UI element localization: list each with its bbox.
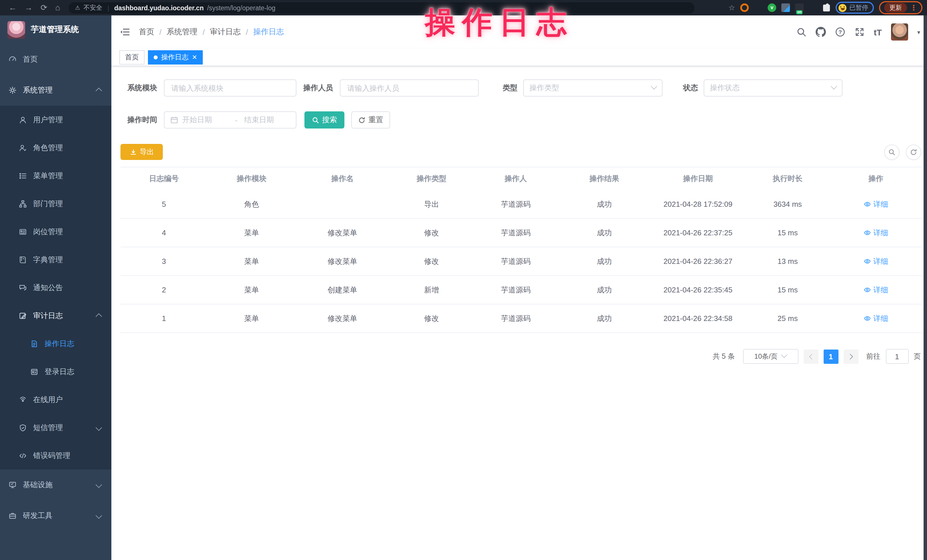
sidebar-item-infrastructure[interactable]: 基础设施 [0,469,111,500]
goto-page-input[interactable] [886,349,909,364]
breadcrumb-audit-log[interactable]: 审计日志 [210,27,241,37]
column-header: 执行时长 [745,167,830,190]
extensions-puzzle-icon[interactable] [823,4,830,11]
sidebar-item-dicts[interactable]: 字典管理 [0,246,111,273]
tag-home[interactable]: 首页 [119,50,144,64]
close-icon[interactable]: ✕ [192,53,197,61]
sidebar-item-menus[interactable]: 菜单管理 [0,162,111,190]
extension-grid-icon[interactable] [781,3,790,12]
pagination-total: 共 5 条 [713,352,735,361]
cell-operator: 芋道源码 [474,304,558,332]
module-label: 系统模块 [120,83,157,93]
time-label: 操作时间 [120,115,157,125]
sidebar-item-label: 错误码管理 [33,450,70,461]
sidebar-item-home[interactable]: 首页 [0,44,111,75]
next-page-button[interactable] [843,349,858,364]
page-size-select[interactable]: 10条/页 [743,349,798,364]
sidebar-item-system[interactable]: 系统管理 [0,75,111,106]
app-logo-image [8,21,25,39]
address-bar[interactable]: ⚠ 不安全 | dashboard.yudao.iocoder.cn /syst… [68,2,694,14]
dict-icon [19,256,27,264]
url-host: dashboard.yudao.iocoder.cn [114,4,204,11]
module-input-field[interactable] [170,83,290,93]
operator-input-field[interactable] [346,83,473,93]
detail-link[interactable]: 详细 [863,199,888,209]
extension-switch-icon[interactable]: on [795,3,804,12]
extension-on-badge: on [796,10,803,14]
page-unit-label: 页 [913,352,921,361]
sidebar-item-notices[interactable]: 通知公告 [0,273,111,302]
cell-type: 新增 [389,276,474,304]
table-body: 5 角色 导出 芋道源码 成功 2021-04-28 17:52:09 3634… [120,190,921,333]
browser-reload-icon[interactable]: ⟳ [41,0,47,15]
reset-button[interactable]: 重置 [351,111,390,129]
browser-menu-icon[interactable]: ⋮ [910,3,917,12]
current-page-button[interactable]: 1 [823,349,838,364]
cell-module: 菜单 [207,247,296,275]
chevron-down-icon [652,86,656,90]
cell-date: 2021-04-26 22:35:45 [651,276,745,304]
sidebar-fold-icon[interactable] [120,27,130,36]
sidebar-item-dev-tools[interactable]: 研发工具 [0,500,111,531]
cell-duration: 15 ms [745,276,830,304]
refresh-table-button[interactable] [906,144,921,159]
extension-leaf-icon[interactable] [809,3,818,12]
bookmark-star-icon[interactable]: ☆ [728,3,735,12]
breadcrumb-system[interactable]: 系统管理 [167,27,198,37]
module-input[interactable] [164,79,296,97]
sidebar-item-operate-log[interactable]: 操作日志 [0,329,111,358]
detail-link[interactable]: 详细 [863,285,888,295]
end-date-placeholder: 结束日期 [244,115,290,125]
toggle-search-button[interactable] [884,144,900,159]
browser-forward-icon[interactable]: → [24,0,33,15]
detail-link[interactable]: 详细 [863,228,888,238]
status-select[interactable]: 操作状态 [704,79,842,97]
sidebar-item-posts[interactable]: 岗位管理 [0,218,111,246]
fullscreen-icon[interactable] [854,27,865,37]
sidebar-item-users[interactable]: 用户管理 [0,106,111,134]
sidebar-item-online-users[interactable]: 在线用户 [0,385,111,413]
status-select-placeholder: 操作状态 [710,83,740,93]
search-button[interactable]: 搜索 [304,111,344,129]
operator-input[interactable] [340,79,479,97]
avatar[interactable] [891,23,908,41]
sidebar-item-roles[interactable]: 角色管理 [0,134,111,162]
sidebar-item-sms[interactable]: 短信管理 [0,413,111,442]
search-icon[interactable] [796,27,807,37]
sidebar-item-audit-log[interactable]: 审计日志 [0,302,111,329]
sidebar-item-label: 岗位管理 [33,226,63,237]
avatar-caret-icon[interactable]: ▾ [917,29,920,35]
github-icon[interactable] [816,27,826,37]
sidebar-item-departments[interactable]: 部门管理 [0,190,111,218]
browser-home-icon[interactable]: ⌂ [55,0,60,15]
cell-module: 角色 [207,190,296,218]
sidebar-item-error-codes[interactable]: 错误码管理 [0,442,111,469]
tag-operate-log[interactable]: 操作日志 ✕ [148,50,203,64]
app-title: 芋道管理系统 [31,24,79,35]
browser-update-button[interactable]: 更新 [884,3,907,12]
column-header: 操作类型 [389,167,474,190]
window-scrollbar[interactable] [924,15,927,560]
paused-badge[interactable]: 已暂停 [836,2,874,14]
prev-page-button[interactable] [803,349,818,364]
sidebar-item-label: 登录日志 [44,366,74,377]
export-button[interactable]: 导出 [120,144,163,160]
breadcrumb-home[interactable]: 首页 [139,27,154,37]
detail-link[interactable]: 详细 [863,313,888,323]
font-size-icon[interactable]: tT [874,27,882,37]
download-icon [129,148,137,156]
extension-green-icon[interactable]: v [767,3,776,12]
help-icon[interactable]: ? [835,27,845,37]
browser-back-icon[interactable]: ← [9,0,17,15]
cell-name: 修改菜单 [296,247,389,275]
detail-link[interactable]: 详细 [863,256,888,266]
sidebar-item-label: 审计日志 [33,310,63,321]
app-logo-row[interactable]: 芋道管理系统 [0,15,111,44]
type-select[interactable]: 操作类型 [523,79,663,97]
extension-drop-icon[interactable] [754,3,763,12]
sidebar-item-login-log[interactable]: 登录日志 [0,358,111,385]
search-icon [312,116,319,124]
cell-module: 菜单 [207,304,296,332]
extension-ring-icon[interactable] [740,3,749,12]
date-range-picker[interactable]: 开始日期 - 结束日期 [164,111,296,129]
